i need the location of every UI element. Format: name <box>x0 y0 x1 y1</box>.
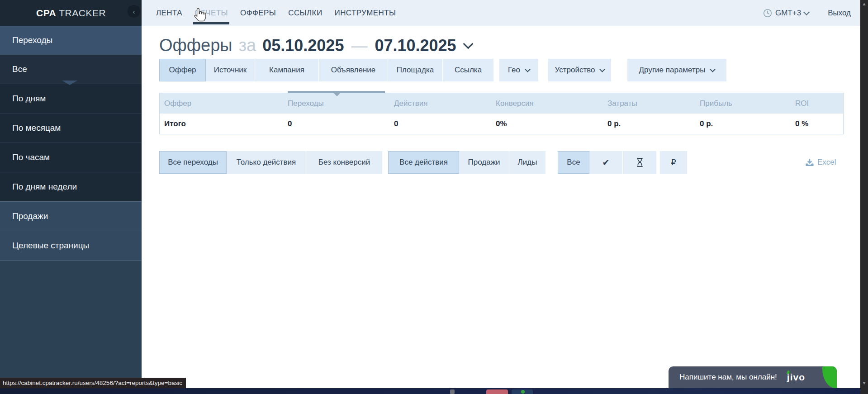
logo-text-bold: CPA <box>36 8 56 19</box>
active-section-notch <box>62 81 77 85</box>
sidebar-item-po-chasam[interactable]: По часам <box>0 142 142 172</box>
tab-istochnik[interactable]: Источник <box>206 59 255 81</box>
date-to[interactable]: 07.10.2025 <box>375 36 456 55</box>
status-filter-group: Все ✔ <box>558 151 656 174</box>
filter-status-confirmed[interactable]: ✔ <box>589 151 623 174</box>
total-label: Итого <box>164 119 288 128</box>
sidebar-item-celevye-stranicy[interactable]: Целевые страницы <box>0 231 142 261</box>
chevron-down-icon <box>803 9 810 15</box>
date-range-chevron-icon[interactable] <box>463 38 473 49</box>
scroll-up-icon[interactable]: ▲ <box>860 1 868 6</box>
browser-status-bar: https://cabinet.cpatracker.ru/users/4825… <box>0 378 186 388</box>
nav-item-label: ЛЕНТА <box>156 9 182 18</box>
filter-label: Лиды <box>518 158 537 167</box>
checkmark-icon: ✔ <box>602 157 610 168</box>
chevron-down-icon <box>525 66 531 72</box>
dropdown-label: Гео <box>508 66 520 75</box>
sort-direction-icon <box>334 93 340 96</box>
sidebar-menu: Переходы Все По дням По месяцам По часам… <box>0 26 142 261</box>
filter-tolko-deystviya[interactable]: Только действия <box>227 151 306 174</box>
chevron-down-icon <box>710 66 716 72</box>
logout-label: Выход <box>828 9 851 17</box>
nav-item-label: ОТЧЕТЫ <box>194 9 228 18</box>
logout-link[interactable]: Выход <box>828 9 851 18</box>
total-transitions: 0 <box>288 119 394 128</box>
jivo-leaf-icon <box>822 366 837 388</box>
chat-widget[interactable]: Напишите нам, мы онлайн! jivo <box>669 366 837 388</box>
nav-item-label: ССЫЛКИ <box>288 9 322 18</box>
nav-item-ssylki[interactable]: ССЫЛКИ <box>288 0 322 26</box>
dropdown-label: Другие параметры <box>639 66 706 75</box>
filter-bez-konversiy[interactable]: Без конверсий <box>306 151 382 174</box>
column-header-zatraty[interactable]: Затраты <box>607 99 700 108</box>
tab-kampaniya[interactable]: Кампания <box>255 59 319 81</box>
column-header-perehody[interactable]: Переходы <box>288 99 394 108</box>
sidebar-item-label: Целевые страницы <box>12 241 89 251</box>
transitions-filter-group: Все переходы Только действия Без конверс… <box>159 151 382 174</box>
logo-bar: CPA TRACKER ‹ <box>0 0 142 26</box>
report-title-row: Офферы за 05.10.2025 — 07.10.2025 <box>159 36 472 55</box>
dimension-tabs: Оффер Источник Кампания Объявление Площа… <box>159 59 726 81</box>
filter-vse-perehody[interactable]: Все переходы <box>159 151 227 174</box>
tab-ploshchadka[interactable]: Площадка <box>388 59 443 81</box>
sidebar-item-vse[interactable]: Все <box>0 55 142 84</box>
sidebar-collapse-button[interactable]: ‹ <box>128 5 140 18</box>
dropdown-geo[interactable]: Гео <box>499 59 538 81</box>
filter-status-vse[interactable]: Все <box>558 151 589 174</box>
taskbar-icon-green-dot <box>521 390 525 394</box>
sidebar-item-po-mesyacam[interactable]: По месяцам <box>0 113 142 142</box>
sidebar-item-po-dnyam-nedeli[interactable]: По дням недели <box>0 172 142 201</box>
scroll-down-icon[interactable]: ▼ <box>860 380 868 385</box>
nav-item-lenta[interactable]: ЛЕНТА <box>156 0 182 26</box>
chat-message: Напишите нам, мы онлайн! <box>679 373 777 382</box>
tab-label: Объявление <box>331 66 376 75</box>
filter-currency-ruble[interactable]: ₽ <box>660 151 687 174</box>
column-header-deystviya[interactable]: Действия <box>394 99 496 108</box>
column-header-offer[interactable]: Оффер <box>164 99 288 108</box>
tab-obyavlenie[interactable]: Объявление <box>319 59 388 81</box>
actions-filter-group: Все действия Продажи Лиды <box>388 151 545 174</box>
column-header-konversiya[interactable]: Конверсия <box>496 99 607 108</box>
filter-vse-deystviya[interactable]: Все действия <box>388 151 459 174</box>
sidebar-item-label: По дням недели <box>12 182 77 192</box>
nav-item-instrumenty[interactable]: ИНСТРУМЕНТЫ <box>335 0 396 26</box>
nav-items: ЛЕНТА ОТЧЕТЫ ОФФЕРЫ ССЫЛКИ ИНСТРУМЕНТЫ <box>142 0 396 26</box>
dropdown-ustroystvo[interactable]: Устройство <box>548 59 611 81</box>
timezone-selector[interactable]: GMT+3 <box>763 9 809 18</box>
taskbar-strip <box>0 388 868 394</box>
sidebar-item-po-dnyam[interactable]: По дням <box>0 84 142 113</box>
filter-lidy[interactable]: Лиды <box>509 151 545 174</box>
logo-text-light: TRACKER <box>59 8 106 19</box>
scrollbar[interactable]: ▲ ▼ <box>860 0 868 394</box>
total-actions: 0 <box>394 119 496 128</box>
total-roi: 0 % <box>795 119 843 128</box>
date-from[interactable]: 05.10.2025 <box>262 36 344 55</box>
tab-ssylka[interactable]: Ссылка <box>443 59 493 81</box>
nav-item-offery[interactable]: ОФФЕРЫ <box>240 0 276 26</box>
ruble-icon: ₽ <box>671 157 676 167</box>
hourglass-icon <box>636 157 643 167</box>
sidebar-item-label: По месяцам <box>12 123 61 133</box>
nav-right: GMT+3 Выход <box>763 9 851 18</box>
filter-label: Продажи <box>468 158 500 167</box>
tab-offer[interactable]: Оффер <box>159 59 206 81</box>
jivo-logo: jivo <box>787 372 805 383</box>
sidebar-item-perehody[interactable]: Переходы <box>0 26 142 55</box>
app-root: CPA TRACKER ‹ Переходы Все По дням По ме… <box>0 0 868 394</box>
dropdown-drugie-parametry[interactable]: Другие параметры <box>627 59 726 81</box>
nav-item-label: ОФФЕРЫ <box>240 9 276 18</box>
tab-label: Источник <box>214 66 247 75</box>
excel-export-link[interactable]: Excel <box>806 151 836 174</box>
nav-item-otchety[interactable]: ОТЧЕТЫ <box>194 0 228 26</box>
filter-prodazhi[interactable]: Продажи <box>459 151 509 174</box>
main-content: Офферы за 05.10.2025 — 07.10.2025 Оффер … <box>142 26 860 388</box>
sidebar-item-label: Переходы <box>12 35 52 45</box>
tab-label: Оффер <box>169 66 196 75</box>
nav-item-label: ИНСТРУМЕНТЫ <box>335 9 396 18</box>
column-header-roi[interactable]: ROI <box>795 99 843 108</box>
filter-status-pending[interactable] <box>623 151 656 174</box>
total-conversion: 0% <box>496 119 607 128</box>
total-profit: 0 р. <box>700 119 795 128</box>
column-header-pribyl[interactable]: Прибыль <box>700 99 795 108</box>
sidebar-item-prodazhi[interactable]: Продажи <box>0 201 142 231</box>
